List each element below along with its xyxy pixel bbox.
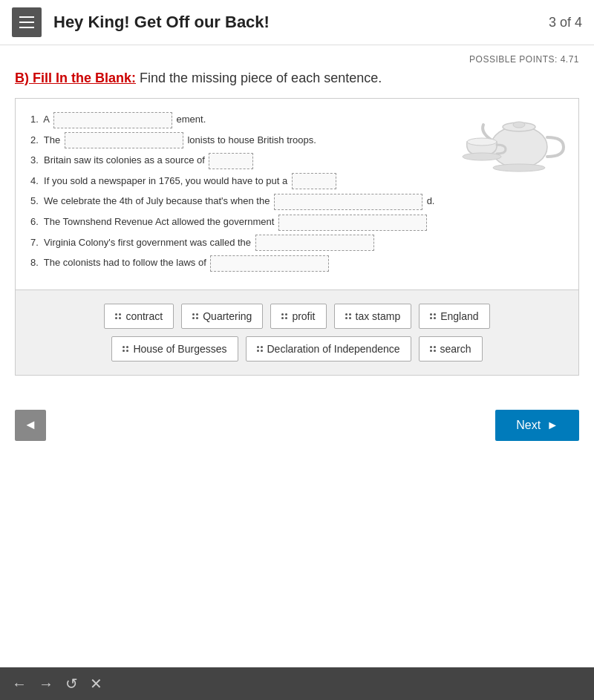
drag-icon bbox=[115, 313, 121, 319]
list-item: 1. A ement. bbox=[30, 111, 564, 128]
word-chip-england[interactable]: England bbox=[419, 304, 489, 329]
list-item: 7. Virginia Colony's first government wa… bbox=[30, 234, 564, 252]
word-chip-search[interactable]: search bbox=[419, 336, 483, 362]
drag-icon bbox=[430, 313, 436, 319]
drag-icon bbox=[345, 313, 351, 319]
word-chip-declaration[interactable]: Declaration of Independence bbox=[246, 336, 411, 362]
blank-7[interactable] bbox=[255, 235, 374, 251]
header: Hey King! Get Off our Back! 3 of 4 bbox=[0, 0, 594, 45]
section-title-rest: Find the missing piece of each sentence. bbox=[136, 71, 382, 85]
word-chip-contract[interactable]: contract bbox=[104, 304, 174, 329]
list-item: 2. The lonists to house British troops. bbox=[30, 131, 564, 149]
exercise-box: 1. A ement. 2. The lonists to house Brit… bbox=[15, 98, 579, 290]
word-chip-house-of-burgesses[interactable]: House of Burgesses bbox=[111, 336, 238, 362]
drag-icon bbox=[281, 313, 287, 319]
refresh-browser-icon[interactable]: ↺ bbox=[65, 675, 78, 693]
word-chip-tax-stamp[interactable]: tax stamp bbox=[334, 304, 412, 329]
drag-icon bbox=[192, 313, 198, 319]
blank-5[interactable] bbox=[274, 194, 422, 210]
blank-3[interactable] bbox=[209, 153, 253, 169]
list-item: 3. Britain saw its colonies as a source … bbox=[30, 151, 564, 169]
word-chip-profit[interactable]: profit bbox=[270, 304, 326, 329]
blank-4[interactable] bbox=[292, 173, 336, 189]
word-bank-row-2: House of Burgesses Declaration of Indepe… bbox=[30, 336, 564, 362]
drag-icon bbox=[257, 346, 263, 352]
list-item: 5. We celebrate the 4th of July because … bbox=[30, 192, 564, 210]
page-title: Hey King! Get Off our Back! bbox=[53, 13, 549, 32]
list-item: 6. The Townshend Revenue Act allowed the… bbox=[30, 213, 564, 231]
possible-points: POSSIBLE POINTS: 4.71 bbox=[15, 54, 579, 65]
blank-1[interactable] bbox=[53, 112, 172, 128]
close-browser-icon[interactable]: ✕ bbox=[90, 675, 102, 693]
word-bank: contract Quartering profit tax stamp Eng… bbox=[15, 290, 579, 376]
exercise-list: 1. A ement. 2. The lonists to house Brit… bbox=[30, 111, 564, 272]
drag-icon bbox=[123, 346, 128, 352]
drag-icon bbox=[430, 346, 436, 352]
nav-footer: ◄ Next ► bbox=[0, 398, 594, 453]
forward-browser-icon[interactable]: → bbox=[39, 676, 53, 693]
list-item: 8. The colonists had to follow the laws … bbox=[30, 254, 564, 272]
browser-bar: ← → ↺ ✕ bbox=[0, 667, 594, 700]
menu-button[interactable] bbox=[12, 7, 42, 37]
word-bank-row-1: contract Quartering profit tax stamp Eng… bbox=[30, 304, 564, 329]
blank-6[interactable] bbox=[278, 215, 427, 231]
blank-2[interactable] bbox=[65, 132, 183, 148]
word-chip-quartering[interactable]: Quartering bbox=[181, 304, 263, 329]
main-content: POSSIBLE POINTS: 4.71 B) Fill In the Bla… bbox=[0, 45, 594, 390]
section-title-bold: B) Fill In the Blank: bbox=[15, 71, 136, 85]
back-button[interactable]: ◄ bbox=[15, 410, 46, 441]
next-button[interactable]: Next ► bbox=[495, 410, 579, 441]
page-counter: 3 of 4 bbox=[549, 15, 582, 30]
list-item: 4. If you sold a newspaper in 1765, you … bbox=[30, 172, 564, 190]
section-title: B) Fill In the Blank: Find the missing p… bbox=[15, 69, 579, 88]
blank-8[interactable] bbox=[210, 255, 329, 272]
back-browser-icon[interactable]: ← bbox=[12, 676, 27, 693]
